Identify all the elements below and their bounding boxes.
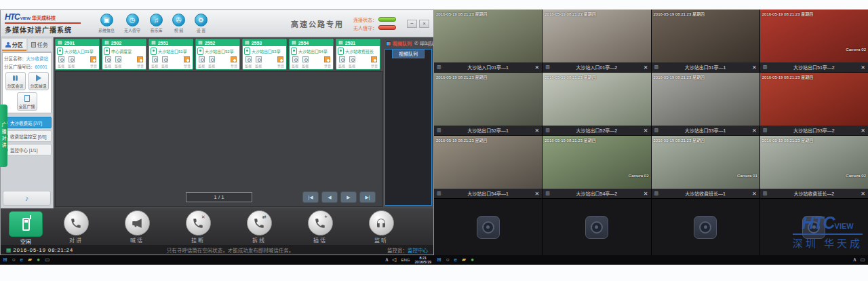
toolbar-button[interactable]: ◷ 无人值守 bbox=[124, 14, 140, 33]
mute-button[interactable]: 禁音 bbox=[324, 56, 331, 68]
taskbar-icon[interactable]: ● bbox=[37, 255, 40, 265]
call-action-button[interactable]: 监听 bbox=[351, 210, 412, 244]
pager-button[interactable]: ◀ bbox=[321, 191, 338, 203]
close-icon[interactable]: ✕ bbox=[752, 64, 757, 71]
tab-partition[interactable]: 分区 bbox=[2, 39, 26, 51]
monitor-2-button[interactable]: 监视 bbox=[349, 56, 355, 68]
zone-shout-button[interactable]: 分区喊话 bbox=[28, 72, 49, 90]
camera-tile[interactable]: 2016-05-19 08:21:23 星期四 ▥ 大沙站入口01亭—1 ✕ bbox=[434, 10, 542, 72]
close-icon[interactable]: ✕ bbox=[644, 191, 648, 197]
camera-tile[interactable]: 2016-05-19 08:21:23 星期四 ▥ 大沙站出口52亭—1 ✕ bbox=[434, 73, 542, 135]
device-card[interactable]: ▤ 2581 大沙站收费班长 监视 监视 禁音 bbox=[336, 39, 380, 70]
mute-button[interactable]: 禁音 bbox=[277, 56, 284, 68]
close-icon[interactable]: ✕ bbox=[861, 128, 865, 134]
tab-video-queue[interactable]: 视频队列 bbox=[386, 40, 412, 47]
monitor-2-button[interactable]: 监视 bbox=[115, 56, 121, 68]
camera-tile[interactable]: 2016-05-19 08:21:23 星期四 ▥ 大沙站出口53亭—1 ✕ bbox=[652, 73, 760, 135]
clock[interactable]: 8:21 2016/5/19 bbox=[415, 256, 431, 264]
monitor-1-button[interactable]: 监视 bbox=[338, 56, 345, 68]
mute-button[interactable]: 禁音 bbox=[231, 56, 237, 68]
pager-button[interactable]: ▶| bbox=[359, 191, 376, 203]
language-indicator[interactable]: ENG bbox=[401, 255, 410, 265]
zone-list-item[interactable]: 收费站监控室 [6/6] bbox=[2, 130, 52, 142]
zone-meeting-button[interactable]: 分区会议 bbox=[5, 72, 26, 90]
taskbar-icon[interactable]: ◁ bbox=[392, 255, 396, 265]
call-action-button[interactable]: 对讲 bbox=[45, 210, 106, 244]
monitor-2-button[interactable]: 监视 bbox=[68, 56, 75, 68]
taskbar-icon[interactable]: ∧ bbox=[853, 255, 857, 265]
camera-tile[interactable]: 2016-05-19 08:21:23 星期四 Camera 02 ▥ 大沙站出… bbox=[542, 136, 650, 198]
camera-tile[interactable]: 2016-05-19 08:21:23 星期四 Camera 02 ▥ 大沙站收… bbox=[760, 136, 868, 198]
taskbar-icon[interactable]: ▭ bbox=[45, 255, 50, 265]
toolbar-button[interactable]: ♫ 音乐库 bbox=[150, 14, 163, 33]
mute-button[interactable]: 禁音 bbox=[137, 56, 144, 68]
camera-tile-empty[interactable] bbox=[652, 199, 760, 255]
monitor-2-button[interactable]: 监视 bbox=[161, 56, 168, 68]
monitor-2-button[interactable]: 监视 bbox=[302, 56, 309, 68]
toolbar-button[interactable]: ✇ 视 频 bbox=[172, 14, 185, 33]
minimize-button[interactable]: − bbox=[407, 20, 417, 28]
taskbar-icon[interactable]: ○ bbox=[446, 255, 450, 265]
close-icon[interactable]: ✕ bbox=[644, 128, 648, 134]
device-card[interactable]: ▤ 2501 大沙站入口01亭 监视 监视 禁音 bbox=[55, 39, 100, 70]
monitor-1-button[interactable]: 监视 bbox=[245, 56, 252, 68]
camera-tile[interactable]: 2016-05-19 08:21:23 星期四 Camera 02 ▥ 大沙站出… bbox=[760, 10, 868, 72]
camera-tile-empty[interactable] bbox=[542, 199, 650, 255]
device-card[interactable]: ▤ 2551 大沙站出口51亭 监视 监视 禁音 bbox=[149, 39, 193, 70]
monitor-1-button[interactable]: 监视 bbox=[292, 56, 298, 68]
close-icon[interactable]: ✕ bbox=[535, 128, 540, 134]
device-card[interactable]: ▤ 2552 大沙站出口52亭 监视 监视 禁音 bbox=[195, 39, 240, 70]
close-icon[interactable]: ✕ bbox=[861, 64, 865, 71]
device-card[interactable]: ▤ 2554 大沙站出口54亭 监视 监视 禁音 bbox=[289, 39, 334, 70]
camera-tile-empty[interactable] bbox=[434, 199, 542, 255]
close-icon[interactable]: ✕ bbox=[752, 191, 757, 197]
monitor-2-button[interactable]: 监视 bbox=[208, 56, 215, 68]
call-action-button[interactable]: 喊话 bbox=[106, 210, 167, 244]
taskbar-icon[interactable]: ▰ bbox=[462, 255, 466, 265]
taskbar-icon[interactable]: ⊞ bbox=[3, 255, 7, 265]
pager-button[interactable]: ▶ bbox=[340, 191, 357, 203]
mute-button[interactable]: 禁音 bbox=[371, 56, 378, 68]
camera-tile[interactable]: 2016-05-19 08:21:23 星期四 ▥ 大沙站入口01亭—2 ✕ bbox=[542, 10, 650, 72]
broadcast-intercom-side-tab[interactable]: 广播对讲 bbox=[0, 105, 7, 167]
tab-task[interactable]: 任务 bbox=[28, 39, 52, 51]
taskbar-icon[interactable]: ∧ bbox=[385, 255, 389, 265]
camera-tile[interactable]: 2016-05-19 08:21:23 星期四 ▥ 大沙站出口52亭—2 ✕ bbox=[542, 73, 650, 135]
idle-status-button[interactable]: 空闲 bbox=[9, 211, 43, 245]
call-action-button[interactable]: + 插话 bbox=[290, 210, 351, 244]
zone-list-item[interactable]: 大沙收费站 [7/7] bbox=[2, 117, 52, 128]
close-icon[interactable]: ✕ bbox=[752, 128, 757, 134]
video-queue-panel-tab[interactable]: 视频队列 bbox=[392, 50, 425, 58]
pager-button[interactable]: |◀ bbox=[302, 191, 319, 203]
monitor-2-button[interactable]: 监视 bbox=[255, 56, 262, 68]
taskbar-icon[interactable]: ▭ bbox=[860, 255, 865, 265]
monitor-1-button[interactable]: 监视 bbox=[151, 56, 158, 68]
taskbar-icon[interactable]: e bbox=[20, 255, 23, 265]
music-broadcast-button[interactable]: ♪ bbox=[3, 191, 51, 206]
close-icon[interactable]: ✕ bbox=[535, 191, 540, 197]
mute-button[interactable]: 禁音 bbox=[184, 56, 191, 68]
camera-tile[interactable]: 2016-05-19 08:21:23 星期四 ▥ 大沙站出口54亭—1 ✕ bbox=[434, 136, 542, 198]
taskbar-icon[interactable]: e bbox=[454, 255, 457, 265]
camera-tile-empty[interactable] bbox=[760, 199, 868, 255]
mute-button[interactable]: 禁音 bbox=[90, 56, 97, 68]
monitor-1-button[interactable]: 监视 bbox=[104, 56, 111, 68]
all-zone-broadcast-button[interactable]: 全区广播 bbox=[17, 92, 37, 111]
operator-link[interactable]: 监控中心 bbox=[408, 246, 428, 254]
toolbar-button[interactable]: ▣ 系统信息 bbox=[98, 14, 115, 33]
taskbar-icon[interactable]: ● bbox=[471, 255, 474, 265]
taskbar-icon[interactable]: ○ bbox=[12, 255, 16, 265]
monitor-1-button[interactable]: 监视 bbox=[198, 56, 205, 68]
camera-tile[interactable]: 2016-05-19 08:21:23 星期四 ▥ 大沙站出口53亭—2 ✕ bbox=[760, 73, 868, 135]
device-card[interactable]: ▤ 2502 中心调度室 监视 监视 禁音 bbox=[102, 39, 146, 70]
taskbar-icon[interactable]: ▰ bbox=[28, 255, 32, 265]
close-icon[interactable]: ✕ bbox=[861, 191, 865, 197]
close-icon[interactable]: ✕ bbox=[535, 64, 540, 71]
call-action-button[interactable]: ✕ 挂断 bbox=[167, 210, 229, 244]
camera-tile[interactable]: 2016-05-19 08:21:23 星期四 Camera 01 ▥ 大沙站收… bbox=[652, 136, 760, 198]
toolbar-button[interactable]: ⚙ 设 置 bbox=[195, 14, 208, 33]
close-button[interactable]: × bbox=[419, 20, 429, 28]
taskbar-icon[interactable]: ⊞ bbox=[437, 255, 441, 265]
camera-tile[interactable]: 2016-05-19 08:21:23 星期四 ▥ 大沙站出口51亭—1 ✕ bbox=[652, 10, 760, 72]
close-icon[interactable]: ✕ bbox=[644, 64, 648, 71]
